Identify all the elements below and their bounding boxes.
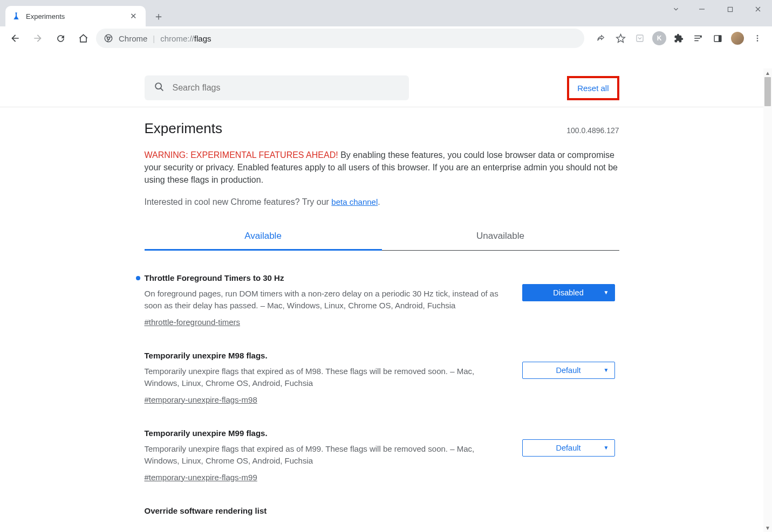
flag-description: Temporarily unexpire flags that expired …	[145, 365, 511, 390]
flag-state-select[interactable]: Default▼	[522, 439, 615, 457]
address-bar[interactable]: Chrome | chrome://flags	[96, 29, 584, 48]
flag-title: Override software rendering list	[145, 506, 511, 515]
beta-channel-link[interactable]: beta channel	[331, 197, 378, 206]
flag-item: Override software rendering list	[145, 506, 619, 532]
flag-state-select[interactable]: Disabled▼	[522, 284, 615, 301]
flag-state-value: Default	[556, 366, 581, 375]
close-tab-button[interactable]: ✕	[128, 11, 139, 21]
svg-rect-3	[637, 35, 643, 42]
flag-title: Temporarily unexpire M98 flags.	[145, 351, 511, 360]
svg-point-9	[155, 83, 161, 89]
beta-text: Interested in cool new Chrome features? …	[145, 197, 619, 207]
tab-available[interactable]: Available	[145, 223, 382, 251]
svg-point-7	[757, 38, 759, 39]
minimize-button[interactable]	[688, 0, 716, 18]
svg-rect-0	[728, 7, 732, 11]
tablist-chevron-icon[interactable]	[664, 0, 688, 18]
bookmark-icon[interactable]	[611, 29, 630, 47]
reload-button[interactable]	[51, 29, 70, 48]
browser-toolbar: Chrome | chrome://flags K	[0, 26, 772, 50]
flag-description: On foreground pages, run DOM timers with…	[145, 288, 511, 312]
flag-list: Throttle Foreground Timers to 30 HzOn fo…	[145, 273, 619, 532]
svg-rect-5	[718, 35, 721, 41]
flag-hash-link[interactable]: #temporary-unexpire-flags-m99	[145, 473, 257, 482]
chevron-down-icon: ▼	[604, 367, 609, 373]
flag-hash-link[interactable]: #throttle-foreground-timers	[145, 317, 241, 327]
maximize-button[interactable]	[716, 0, 744, 18]
omnibox-separator: |	[153, 34, 155, 43]
browser-tab[interactable]: Experiments ✕	[5, 6, 146, 26]
flag-state-select[interactable]: Default▼	[522, 362, 615, 379]
tab-title: Experiments	[26, 12, 122, 20]
page-content: Reset all Experiments 100.0.4896.127 WAR…	[0, 68, 763, 532]
flag-title: Temporarily unexpire M99 flags.	[145, 429, 511, 438]
chevron-down-icon: ▼	[604, 445, 609, 451]
flask-icon	[12, 12, 21, 20]
toolbar-actions: K	[587, 29, 767, 47]
titlebar: Experiments ✕ ＋	[0, 0, 772, 26]
flag-item: Temporarily unexpire M98 flags.Temporari…	[145, 351, 619, 429]
flag-state-value: Disabled	[553, 288, 583, 297]
new-tab-button[interactable]: ＋	[146, 6, 172, 26]
flag-description: Temporarily unexpire flags that expired …	[145, 443, 511, 467]
warning-text: WARNING: EXPERIMENTAL FEATURES AHEAD! By…	[145, 149, 619, 186]
flag-item: Throttle Foreground Timers to 30 HzOn fo…	[145, 273, 619, 351]
side-panel-icon[interactable]	[708, 29, 727, 47]
chevron-down-icon: ▼	[604, 289, 609, 295]
search-flags-box[interactable]	[145, 75, 409, 100]
share-icon[interactable]	[592, 29, 610, 47]
menu-icon[interactable]	[748, 29, 767, 47]
flag-item: Temporarily unexpire M99 flags.Temporari…	[145, 429, 619, 506]
home-button[interactable]	[73, 29, 93, 48]
pocket-icon[interactable]	[631, 29, 649, 47]
omnibox-url: chrome://flags	[160, 34, 211, 43]
scroll-thumb[interactable]	[764, 77, 771, 106]
reset-all-button[interactable]: Reset all	[570, 79, 616, 98]
tab-unavailable[interactable]: Unavailable	[382, 223, 619, 251]
back-button[interactable]	[5, 29, 25, 48]
svg-point-6	[757, 35, 759, 37]
window-controls	[664, 0, 772, 18]
forward-button[interactable]	[28, 29, 47, 48]
flag-state-value: Default	[556, 444, 581, 452]
scrollbar[interactable]: ▲ ▼	[763, 68, 772, 532]
svg-point-8	[757, 40, 759, 42]
page-title: Experiments	[145, 120, 223, 137]
flag-title: Throttle Foreground Timers to 30 Hz	[145, 273, 511, 282]
scroll-down-icon[interactable]: ▼	[763, 523, 772, 532]
extension-k-icon[interactable]: K	[652, 31, 666, 45]
close-window-button[interactable]	[744, 0, 772, 18]
profile-avatar[interactable]	[731, 32, 744, 45]
highlight-box: Reset all	[567, 76, 619, 100]
chrome-version: 100.0.4896.127	[566, 126, 619, 135]
chrome-icon	[104, 33, 113, 43]
search-input[interactable]	[173, 83, 400, 93]
flag-hash-link[interactable]: #temporary-unexpire-flags-m98	[145, 395, 257, 404]
omnibox-site-name: Chrome	[119, 34, 147, 43]
scroll-up-icon[interactable]: ▲	[763, 68, 772, 77]
reading-list-icon[interactable]	[689, 29, 707, 47]
extensions-icon[interactable]	[669, 29, 688, 47]
search-icon	[153, 81, 165, 95]
flag-tabs: Available Unavailable	[145, 223, 619, 251]
